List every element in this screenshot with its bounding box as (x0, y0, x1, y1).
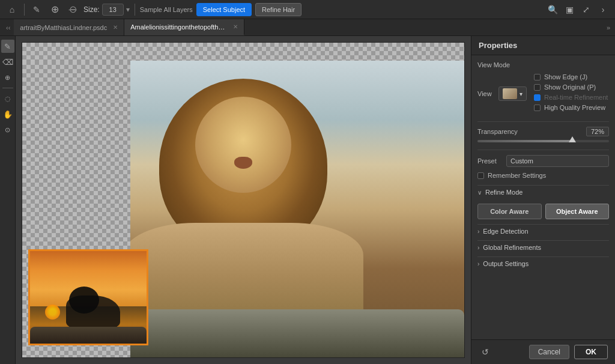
preset-label: Preset (477, 157, 501, 165)
transparency-input[interactable] (586, 127, 609, 136)
output-settings-label: Output Settings (483, 260, 529, 267)
show-edge-checkbox[interactable] (534, 74, 541, 80)
refine-mode-header: ∨ Refine Mode (477, 185, 609, 199)
show-edge-label: Show Edge (J) (544, 73, 587, 80)
global-refinements-label: Global Refinements (483, 244, 541, 251)
hq-preview-checkbox[interactable] (534, 105, 541, 111)
cancel-button[interactable]: Cancel (529, 345, 569, 359)
thumb-mane-silhouette (69, 287, 99, 314)
divider-2 (477, 150, 609, 150)
search-icon[interactable]: 🔍 (545, 2, 560, 17)
reset-button[interactable]: ↺ (479, 345, 492, 359)
circle-add-icon[interactable]: ⊕ (47, 2, 62, 17)
lasso-tool[interactable]: ◌ (1, 92, 14, 105)
realtime-label: Real-time Refinement (544, 94, 608, 101)
size-label: Size: (83, 5, 100, 14)
refine-mode-arrow[interactable]: ∨ (477, 189, 482, 196)
ok-button[interactable]: OK (574, 345, 608, 359)
lion-nose (234, 157, 252, 169)
refine-hair-button[interactable]: Refine Hair (255, 3, 301, 16)
properties-body: View Mode View ▾ Show Edge (J) (471, 55, 615, 339)
left-tool-separator (2, 88, 13, 88)
expand-icon[interactable]: ⤢ (579, 2, 593, 17)
realtime-checkbox[interactable] (534, 94, 541, 101)
output-settings-section: › Output Settings (477, 256, 609, 270)
size-dropdown-arrow[interactable]: ▾ (126, 5, 130, 14)
divider-1 (477, 121, 609, 122)
brush-tool[interactable]: ✎ (1, 40, 14, 53)
thumb-rock (30, 327, 147, 344)
eraser-tool[interactable]: ⌫ (1, 55, 14, 68)
add-selection-tool[interactable]: ⊕ (1, 71, 14, 84)
circle-icon[interactable]: ⊖ (65, 2, 80, 17)
view-thumbnail-image (503, 88, 517, 99)
edge-detection-header[interactable]: › Edge Detection (477, 224, 609, 238)
transparency-slider-container (477, 140, 609, 142)
zoom-tool[interactable]: ⊙ (1, 123, 14, 136)
view-thumbnail-button[interactable]: ▾ (498, 86, 527, 101)
output-settings-header[interactable]: › Output Settings (477, 256, 609, 270)
color-aware-button[interactable]: Color Aware (477, 204, 542, 219)
properties-header: Properties (471, 36, 615, 55)
toolbar-separator-2 (135, 4, 135, 16)
remember-row: Remember Settings (477, 172, 609, 179)
refine-buttons: Color Aware Object Aware (477, 204, 609, 219)
left-toolbar: ✎ ⌫ ⊕ ◌ ✋ ⊙ (0, 36, 16, 364)
toolbar-right-icons: 🔍 ▣ ⤢ › (545, 2, 610, 17)
global-refinements-header[interactable]: › Global Refinements (477, 240, 609, 254)
global-refinements-arrow: › (477, 244, 479, 251)
transparency-section: Transparency (477, 127, 609, 142)
lion-face (195, 97, 291, 193)
brush-icon[interactable]: ✎ (29, 2, 44, 17)
view-row: View ▾ Show Edge (J) Show Original (P) (477, 73, 609, 114)
tab-arrow-left[interactable]: ‹‹ (2, 19, 14, 35)
main-toolbar: ⌂ ✎ ⊕ ⊖ Size: ▾ Sample All Layers Select… (0, 0, 615, 19)
preset-select[interactable]: Custom Default Hair Smart Radius (506, 155, 609, 167)
transparency-slider-thumb[interactable] (569, 136, 576, 142)
show-original-checkbox[interactable] (534, 84, 541, 91)
show-original-label: Show Original (P) (544, 83, 596, 91)
tab-2[interactable]: Amalelionissittingonthetopoftherocklooki… (124, 19, 244, 35)
transparency-label: Transparency (477, 128, 518, 135)
output-settings-arrow: › (477, 261, 479, 267)
edge-detection-label: Edge Detection (483, 228, 528, 235)
realtime-row: Real-time Refinement (534, 94, 608, 101)
hq-preview-row: High Quality Preview (534, 104, 608, 111)
canvas[interactable]: ✦ ✦ ✦ (22, 42, 465, 358)
view-mode-section: View Mode View ▾ Show Edge (J) (477, 61, 609, 114)
size-input[interactable] (102, 4, 124, 16)
select-subject-button[interactable]: Select Subject (196, 3, 252, 16)
show-edge-row: Show Edge (J) (534, 73, 608, 80)
preset-row: Preset Custom Default Hair Smart Radius (477, 155, 609, 167)
tab-1-close[interactable]: ✕ (113, 24, 118, 31)
tab-2-close[interactable]: ✕ (233, 23, 238, 30)
refine-mode-label: Refine Mode (485, 189, 523, 196)
view-mode-label: View Mode (477, 61, 609, 68)
global-refinements-section: › Global Refinements (477, 240, 609, 254)
tab-2-label: Amalelionissittingonthetopoftherocklooki… (130, 23, 227, 31)
remember-checkbox[interactable] (477, 172, 484, 179)
remember-label: Remember Settings (488, 172, 546, 179)
tab-1[interactable]: artraitByMatthiasLindner.psdc ✕ (14, 19, 124, 35)
edge-detection-section: › Edge Detection (477, 224, 609, 238)
checkboxes-group: Show Edge (J) Show Original (P) Real-tim… (534, 73, 608, 114)
size-control: Size: ▾ (83, 4, 130, 16)
panel-footer: ↺ Cancel OK (471, 339, 615, 364)
object-aware-button[interactable]: Object Aware (545, 204, 610, 219)
chevron-right-icon[interactable]: › (596, 2, 610, 17)
tab-bar: ‹‹ artraitByMatthiasLindner.psdc ✕ Amale… (0, 19, 615, 36)
toolbar-separator-1 (24, 4, 25, 16)
transparency-slider-track[interactable] (477, 140, 609, 142)
view-dropdown-arrow[interactable]: ▾ (520, 91, 523, 97)
panels-icon[interactable]: ▣ (562, 2, 577, 17)
tab-1-label: artraitByMatthiasLindner.psdc (20, 24, 107, 31)
sample-layers-label: Sample All Layers (140, 6, 193, 13)
refine-mode-section: ∨ Refine Mode Color Aware Object Aware (477, 185, 609, 219)
hand-tool[interactable]: ✋ (1, 108, 14, 121)
properties-title: Properties (479, 41, 517, 50)
tab-expand-icon[interactable]: » (602, 19, 615, 35)
transparency-row: Transparency (477, 127, 609, 136)
canvas-area[interactable]: ✦ ✦ ✦ (16, 36, 471, 364)
home-icon[interactable]: ⌂ (5, 2, 19, 17)
thumbnail-preview (28, 249, 148, 345)
